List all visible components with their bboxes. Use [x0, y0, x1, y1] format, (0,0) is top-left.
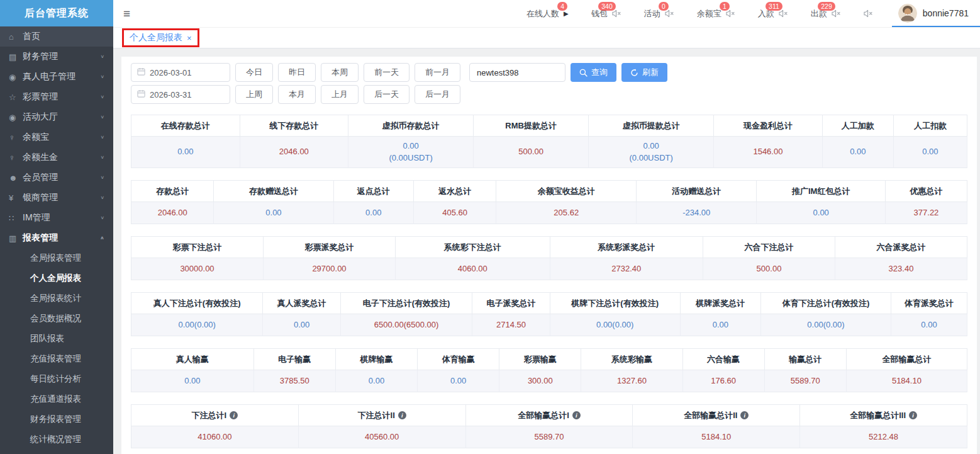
sidebar-item-7[interactable]: ☻会员管理∨	[0, 167, 113, 188]
stat-钱包[interactable]: 钱包340	[591, 8, 621, 20]
app-root: 后台管理系统 ⌂首页▤财务管理∨◉真人电子管理∨☆彩票管理∨◉活动大厅∨♀余额宝…	[0, 0, 980, 454]
hamburger-menu-icon[interactable]: ≡	[123, 8, 130, 20]
tab-close-icon[interactable]: ×	[187, 33, 192, 43]
stat-badge: 311	[766, 2, 782, 11]
muted-speaker-icon[interactable]	[665, 9, 674, 18]
summary-table-6: 下注总计Ii下注总计IIi全部输赢总计Ii全部输赢总计IIi全部输赢总计IIIi…	[131, 404, 967, 448]
quick-range-button[interactable]: 上周	[235, 85, 273, 104]
cell-value: 29700.00	[264, 258, 396, 280]
info-icon[interactable]: i	[230, 411, 238, 419]
cell-value: 405.60	[414, 202, 496, 224]
column-header: 电子输赢	[254, 348, 336, 370]
cell-value: 0.00 (0.00USDT)	[348, 137, 474, 168]
column-header: 优惠总计	[886, 180, 967, 202]
query-button[interactable]: 查询	[571, 63, 616, 82]
sidebar-item-9[interactable]: ∷IM管理∨	[0, 208, 113, 228]
sidebar-subitem[interactable]: 统计概况管理	[0, 429, 113, 450]
info-icon[interactable]: i	[572, 411, 581, 419]
sidebar: 后台管理系统 ⌂首页▤财务管理∨◉真人电子管理∨☆彩票管理∨◉活动大厅∨♀余额宝…	[0, 0, 113, 454]
cell-value: 0.00	[131, 370, 254, 392]
lottery-icon: ☆	[9, 93, 23, 102]
sidebar-subitem[interactable]: 个人全局报表	[0, 268, 113, 288]
muted-speaker-icon[interactable]	[779, 9, 788, 18]
quick-range-button[interactable]: 前一天	[364, 63, 409, 82]
sidebar-subitem[interactable]: 财务报表管理	[0, 409, 113, 429]
chevron-down-icon: ∨	[100, 115, 104, 120]
info-icon[interactable]: i	[740, 411, 749, 419]
sidebar-item-label: 首页	[23, 31, 40, 42]
sidebar-item-3[interactable]: ☆彩票管理∨	[0, 87, 113, 107]
muted-speaker-icon[interactable]	[612, 9, 621, 18]
stat-badge: 4	[557, 2, 567, 11]
chevron-down-icon: ∨	[100, 94, 104, 99]
cell-value: 5589.70	[765, 370, 847, 392]
stat-出款[interactable]: 出款229	[811, 8, 841, 20]
sidebar-item-4[interactable]: ◉活动大厅∨	[0, 107, 113, 127]
sidebar-item-label: 真人电子管理	[23, 71, 75, 82]
sidebar-subitem[interactable]: 充值通道报表	[0, 389, 113, 409]
quick-range-button[interactable]: 后一月	[415, 85, 460, 104]
stat-在线人数[interactable]: 在线人数4▶	[526, 8, 569, 20]
column-header: 真人派奖总计	[263, 292, 341, 314]
sidebar-item-0[interactable]: ⌂首页	[0, 26, 113, 47]
cell-value: 0.00	[336, 370, 418, 392]
home-icon: ⌂	[9, 32, 23, 42]
cell-value: 3785.50	[254, 370, 336, 392]
report-panel: 今日昨日本周前一天前一月 查询 刷新	[121, 57, 977, 454]
quick-range-button[interactable]: 今日	[235, 63, 273, 82]
sidebar-subitem[interactable]: 全局报表管理	[0, 248, 113, 268]
sidebar-item-1[interactable]: ▤财务管理∨	[0, 47, 113, 67]
stat-label: 余额宝	[697, 9, 721, 18]
sidebar-item-5[interactable]: ♀余额宝∨	[0, 127, 113, 147]
quick-range-button[interactable]: 前一月	[415, 63, 460, 82]
quick-range-button[interactable]: 上月	[321, 85, 359, 104]
refresh-button[interactable]: 刷新	[621, 63, 667, 82]
members-icon: ☻	[9, 173, 23, 183]
date-from-field[interactable]	[131, 63, 230, 82]
sidebar-item-8[interactable]: ¥银商管理∨	[0, 188, 113, 208]
stat-label: 在线人数	[526, 9, 559, 18]
column-header: 彩票输赢	[499, 348, 581, 370]
refresh-icon	[630, 69, 638, 77]
sidebar-item-6[interactable]: ♀余额生金∨	[0, 147, 113, 167]
summary-table-1: 在线存款总计线下存款总计虚拟币存款总计RMB提款总计虚拟币提款总计现金盈利总计人…	[131, 115, 967, 168]
sidebar-subitem[interactable]: 充值报表管理	[0, 349, 113, 369]
sidebar-subitem[interactable]: 团队报表	[0, 329, 113, 349]
column-header: 体育输赢	[418, 348, 499, 370]
cell-value: 5589.70	[466, 426, 633, 448]
cell-value: 0.00	[681, 314, 761, 336]
sidebar-subitem[interactable]: 会员数据概况	[0, 309, 113, 329]
date-to-input[interactable]	[150, 90, 224, 99]
muted-speaker-icon[interactable]	[864, 9, 873, 18]
sidebar-item-2[interactable]: ◉真人电子管理∨	[0, 67, 113, 87]
stat-活动[interactable]: 活动0	[644, 8, 674, 20]
info-icon[interactable]: i	[398, 411, 406, 419]
quick-range-button[interactable]: 本周	[321, 63, 359, 82]
muted-speaker-icon[interactable]	[726, 9, 735, 18]
play-icon[interactable]: ▶	[564, 10, 569, 17]
cell-value: -234.00	[637, 202, 757, 224]
stat-余额宝[interactable]: 余额宝1	[697, 8, 735, 20]
user-menu[interactable]: bonnie7781	[892, 0, 980, 27]
quick-range-button[interactable]: 本月	[278, 85, 316, 104]
calendar-icon	[137, 89, 145, 100]
search-input[interactable]	[469, 63, 565, 82]
cell-value: 5184.10	[847, 370, 967, 392]
muted-speaker-icon[interactable]	[832, 9, 841, 18]
cell-value: 0.00	[894, 137, 967, 168]
cell-value: 0.00(0.00)	[131, 314, 263, 336]
sidebar-item-10[interactable]: ▥报表管理∧	[0, 228, 113, 248]
filter-row-1: 今日昨日本周前一天前一月 查询 刷新	[131, 63, 967, 82]
quick-range-button[interactable]: 后一天	[364, 85, 409, 104]
tab-personal-global-report[interactable]: 个人全局报表 ×	[130, 32, 192, 43]
sidebar-subitem[interactable]: 全局报表统计	[0, 288, 113, 309]
stat-入款[interactable]: 入款311	[758, 8, 788, 20]
date-to-field[interactable]	[131, 85, 230, 104]
info-icon[interactable]: i	[909, 411, 917, 419]
cell-value: 205.62	[496, 202, 637, 224]
date-from-input[interactable]	[150, 68, 224, 77]
chevron-down-icon: ∨	[100, 54, 104, 59]
sidebar-subitem[interactable]: 每日统计分析	[0, 369, 113, 389]
quick-range-button[interactable]: 昨日	[278, 63, 316, 82]
column-header: 下注总计IIi	[299, 404, 466, 426]
